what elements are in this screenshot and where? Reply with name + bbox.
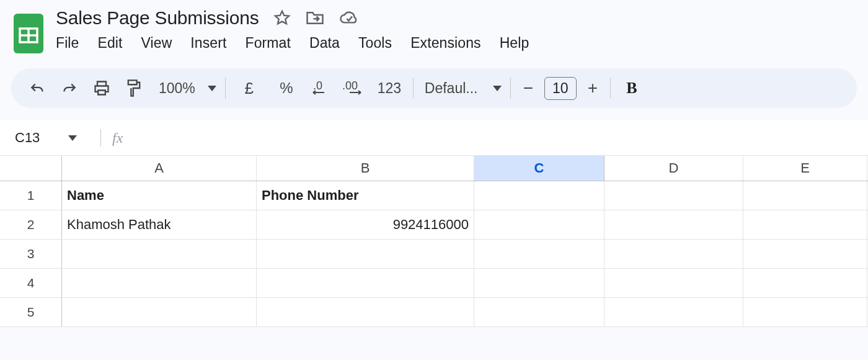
percent-button[interactable]: %: [272, 76, 301, 101]
menu-file[interactable]: File: [56, 35, 79, 52]
zoom-dropdown[interactable]: 100%: [156, 80, 216, 97]
undo-icon[interactable]: [25, 76, 50, 101]
cloud-status-icon[interactable]: [339, 11, 359, 25]
increase-decimal-button[interactable]: .00: [341, 76, 367, 101]
cell[interactable]: [604, 269, 743, 297]
row-header[interactable]: 5: [0, 298, 62, 326]
cell-reference-value: C13: [15, 130, 40, 146]
decrease-font-size-button[interactable]: −: [520, 78, 537, 98]
formula-bar-fx-icon: fx: [112, 130, 123, 146]
row-header[interactable]: 4: [0, 269, 62, 297]
column-header-a[interactable]: A: [62, 156, 257, 181]
star-icon[interactable]: [273, 9, 291, 27]
cell[interactable]: [743, 240, 867, 268]
cell[interactable]: [257, 298, 474, 326]
font-family-value: Defaul...: [422, 80, 483, 97]
row-header[interactable]: 1: [0, 181, 62, 210]
menu-tools[interactable]: Tools: [358, 35, 392, 52]
cell[interactable]: [62, 298, 257, 326]
paint-format-icon[interactable]: [122, 76, 146, 101]
chevron-down-icon: [68, 135, 77, 141]
menu-help[interactable]: Help: [500, 35, 529, 52]
cell[interactable]: [604, 240, 743, 268]
cell[interactable]: [62, 269, 257, 297]
svg-text:.00: .00: [342, 79, 358, 92]
menu-insert[interactable]: Insert: [190, 35, 226, 52]
increase-font-size-button[interactable]: +: [584, 78, 601, 98]
currency-button[interactable]: £: [234, 76, 264, 101]
cell[interactable]: [474, 240, 604, 268]
cell[interactable]: 9924116000: [257, 210, 474, 239]
cell[interactable]: [604, 210, 743, 239]
cell[interactable]: Khamosh Pathak: [62, 210, 257, 239]
row-header[interactable]: 3: [0, 240, 62, 268]
cell[interactable]: [743, 181, 867, 210]
menu-extensions[interactable]: Extensions: [410, 35, 481, 52]
redo-icon[interactable]: [57, 76, 82, 101]
row-header[interactable]: 2: [0, 210, 62, 239]
decrease-decimal-button[interactable]: .0: [309, 76, 334, 101]
move-folder-icon[interactable]: [306, 10, 324, 26]
menu-edit[interactable]: Edit: [97, 35, 122, 52]
column-header-e[interactable]: E: [743, 156, 867, 181]
toolbar: 100% £ % .0 .00 123 Defaul... − 10 + B: [11, 68, 857, 108]
cell[interactable]: [743, 269, 867, 297]
formula-bar-input[interactable]: [123, 120, 868, 155]
cell[interactable]: [474, 298, 604, 326]
zoom-value: 100%: [156, 80, 198, 97]
cell[interactable]: Name: [62, 181, 257, 210]
chevron-down-icon: [208, 86, 216, 91]
number-format-button[interactable]: 123: [374, 76, 404, 101]
cell[interactable]: [474, 210, 604, 239]
document-title[interactable]: Sales Page Submissions: [56, 7, 259, 29]
column-header-c[interactable]: C: [474, 156, 604, 181]
menu-format[interactable]: Format: [245, 35, 290, 52]
svg-text:.0: .0: [313, 79, 322, 92]
menu-data[interactable]: Data: [309, 35, 340, 52]
column-header-b[interactable]: B: [257, 156, 474, 181]
cell[interactable]: Phone Number: [257, 181, 474, 210]
select-all-corner[interactable]: [0, 156, 62, 181]
bold-button[interactable]: B: [619, 76, 644, 101]
cell-reference-dropdown[interactable]: C13: [0, 130, 89, 146]
font-family-dropdown[interactable]: Defaul...: [422, 80, 502, 97]
cell[interactable]: [604, 181, 743, 210]
print-icon[interactable]: [89, 76, 114, 101]
cell[interactable]: [257, 240, 474, 268]
cell[interactable]: [604, 298, 743, 326]
column-header-d[interactable]: D: [604, 156, 743, 181]
cell[interactable]: [743, 210, 867, 239]
cell[interactable]: [62, 240, 257, 268]
cell[interactable]: [474, 269, 604, 297]
menu-view[interactable]: View: [141, 35, 172, 52]
spreadsheet-grid: A B C D E 1 Name Phone Number 2 Khamosh …: [0, 156, 868, 327]
menu-bar: File Edit View Insert Format Data Tools …: [56, 35, 856, 52]
sheets-logo-icon: [12, 12, 45, 55]
cell[interactable]: [474, 181, 604, 210]
cell[interactable]: [743, 298, 867, 326]
cell[interactable]: [257, 269, 474, 297]
font-size-input[interactable]: 10: [544, 77, 577, 100]
chevron-down-icon: [493, 86, 502, 91]
